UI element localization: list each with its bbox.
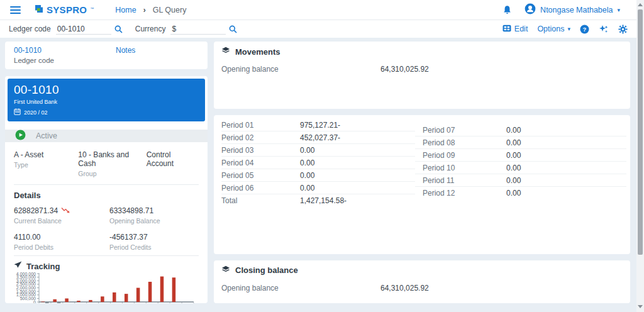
tracking-bar-chart: 4,000,0003,500,0003,000,0002,500,0002,00… <box>11 271 199 303</box>
period-row: Period 100.00 <box>415 162 626 174</box>
ledger-code-card: 00-1010 Ledger code Notes <box>5 42 208 69</box>
opening-balance-row: Opening balance 64,310,025.92 <box>221 65 623 74</box>
account-summary-card: 00-1010 First United Bank <box>5 76 208 303</box>
period-row-value: 0.00 <box>506 126 521 135</box>
ledger-code-input[interactable] <box>56 24 111 35</box>
period-credits-value: -456137.37 <box>109 233 199 242</box>
account-type-value: A - Asset <box>14 150 78 159</box>
status-label: Active <box>36 131 57 140</box>
classification-row: A - Asset Type 10 - Banks and Cash Group… <box>5 142 208 184</box>
period-credits-label: Period Credits <box>109 243 199 251</box>
currency-input[interactable] <box>170 24 226 35</box>
period-row-value: 0.00 <box>506 151 521 160</box>
period-row-value: 0.00 <box>506 138 521 147</box>
period-row-value: 1,427,154.58- <box>300 196 347 205</box>
period-row: Total1,427,154.58- <box>221 194 415 207</box>
active-play-icon <box>15 130 26 142</box>
period-row: Period 080.00 <box>415 136 626 149</box>
period-row-value: 975,127.21- <box>300 121 340 130</box>
user-name: Ntongase Mathabela <box>540 6 613 14</box>
scroll-up-arrow-icon[interactable] <box>638 3 643 6</box>
edit-grid-icon <box>502 25 511 34</box>
sparkles-icon[interactable] <box>599 24 609 34</box>
chevron-down-icon: ▾ <box>567 26 570 32</box>
chevron-right-icon: › <box>143 6 146 14</box>
period-row-value: 0.00 <box>300 146 314 155</box>
main-content: 00-1010 Ledger code Notes 00-1010 First … <box>0 38 644 308</box>
period-row-value: 0.00 <box>506 176 521 185</box>
header-actions: Ntongase Mathabela ▾ <box>502 3 628 16</box>
breadcrumb-home[interactable]: Home <box>115 6 136 14</box>
ledger-code-link[interactable]: 00-1010 <box>14 46 116 55</box>
opening-balance-label: Opening Balance <box>109 217 199 225</box>
avatar <box>525 3 536 16</box>
movements-title: Movements <box>235 47 280 57</box>
closing-balance-card: Closing balance Opening balance 64,310,0… <box>214 260 630 303</box>
period-row-label: Period 09 <box>423 151 506 160</box>
account-name: First United Bank <box>14 99 199 105</box>
account-type-label: Type <box>14 161 78 169</box>
ledger-code-caption: Ledger code <box>14 57 116 64</box>
closing-opening-balance-value: 64,310,025.92 <box>380 284 429 292</box>
movements-card: Movements Opening balance 64,310,025.92 <box>214 42 630 109</box>
vertical-scrollbar <box>636 0 644 312</box>
details-section: Details 62882871.34 Curren <box>5 185 208 255</box>
query-toolbar: Ledger code Currency Edit Options ▾ ? <box>0 20 644 38</box>
account-header: 00-1010 First United Bank <box>8 79 205 121</box>
syspro-logo: SYSPRO ™ <box>35 4 94 15</box>
current-balance-value: 62882871.34 <box>14 206 58 215</box>
ledger-code-label: Ledger code <box>9 25 51 33</box>
period-row-label: Period 10 <box>423 164 506 172</box>
period-row: Period 110.00 <box>415 174 626 187</box>
currency-label: Currency <box>135 25 166 33</box>
period-debits-value: 4110.00 <box>14 233 109 242</box>
period-row-label: Period 12 <box>423 189 506 198</box>
period-row-label: Period 06 <box>221 184 300 192</box>
closing-opening-balance-row: Opening balance 64,310,025.92 <box>221 284 623 292</box>
brand-name: SYSPRO <box>47 4 87 15</box>
account-period: 2020 / 02 <box>24 109 48 116</box>
currency-search-icon[interactable] <box>229 25 237 33</box>
svg-text:0: 0 <box>33 300 36 303</box>
period-row-value: 0.00 <box>506 189 521 198</box>
period-row: Period 040.00 <box>221 157 415 169</box>
account-sidebar: 00-1010 Ledger code Notes 00-1010 First … <box>5 42 208 303</box>
period-debits-label: Period Debits <box>14 243 109 251</box>
edit-button[interactable]: Edit <box>502 25 528 34</box>
period-row: Period 01975,127.21- <box>221 119 415 131</box>
tracking-title: Tracking <box>26 262 60 271</box>
period-row-label: Period 04 <box>221 159 300 167</box>
period-row-label: Period 01 <box>221 121 300 130</box>
period-row-label: Period 11 <box>423 176 506 185</box>
scroll-down-arrow-icon[interactable] <box>638 305 643 308</box>
options-label: Options <box>537 25 564 33</box>
status-badge: Active <box>5 130 208 142</box>
period-row-value: 0.00 <box>300 184 314 192</box>
closing-balance-title: Closing balance <box>235 265 298 275</box>
calendar-icon <box>14 108 21 116</box>
details-title: Details <box>14 191 199 200</box>
gl-detail-panel: Movements Opening balance 64,310,025.92 … <box>214 42 630 303</box>
options-button[interactable]: Options ▾ <box>537 25 570 33</box>
opening-balance-value: 63334898.71 <box>109 206 199 215</box>
account-group-value: 10 - Banks and Cash <box>78 150 146 168</box>
period-row-label: Total <box>221 196 300 205</box>
syspro-logo-icon <box>35 4 43 15</box>
period-row: Period 030.00 <box>221 144 415 157</box>
closing-opening-balance-label: Opening balance <box>221 284 279 292</box>
notes-link[interactable]: Notes <box>116 46 135 65</box>
ledger-search-icon[interactable] <box>114 25 123 33</box>
chevron-down-icon: ▾ <box>617 7 620 13</box>
send-icon <box>14 261 22 271</box>
trademark: ™ <box>90 7 94 11</box>
top-header: SYSPRO ™ Home › GL Query Ntongase Mathab… <box>0 0 644 20</box>
periods-table-left: Period 01975,127.21-Period 02452,027.37-… <box>221 119 415 207</box>
scrollbar-thumb[interactable] <box>638 9 643 255</box>
period-row: Period 050.00 <box>221 169 415 182</box>
help-icon[interactable]: ? <box>580 25 589 34</box>
settings-gear-icon[interactable] <box>618 25 628 34</box>
notifications-bell-icon[interactable] <box>502 5 512 15</box>
periods-table-right: Period 070.00Period 080.00Period 090.00P… <box>415 124 626 199</box>
user-menu[interactable]: Ntongase Mathabela ▾ <box>525 3 620 16</box>
menu-icon[interactable] <box>10 6 21 14</box>
